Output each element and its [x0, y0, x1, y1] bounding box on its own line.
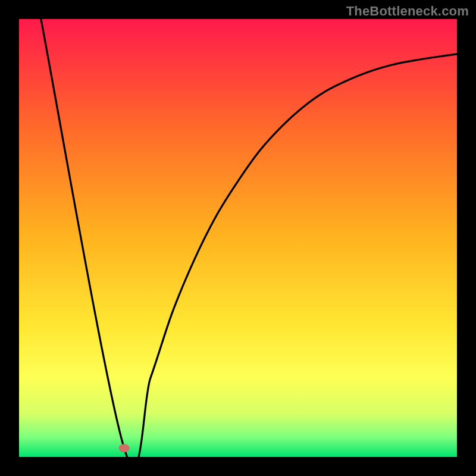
- gradient-background: [19, 19, 457, 457]
- min-marker: [119, 444, 130, 452]
- chart-frame: TheBottleneck.com: [0, 0, 476, 476]
- attribution-text: TheBottleneck.com: [346, 4, 469, 19]
- plot-area: [19, 19, 457, 457]
- chart-svg: [19, 19, 457, 457]
